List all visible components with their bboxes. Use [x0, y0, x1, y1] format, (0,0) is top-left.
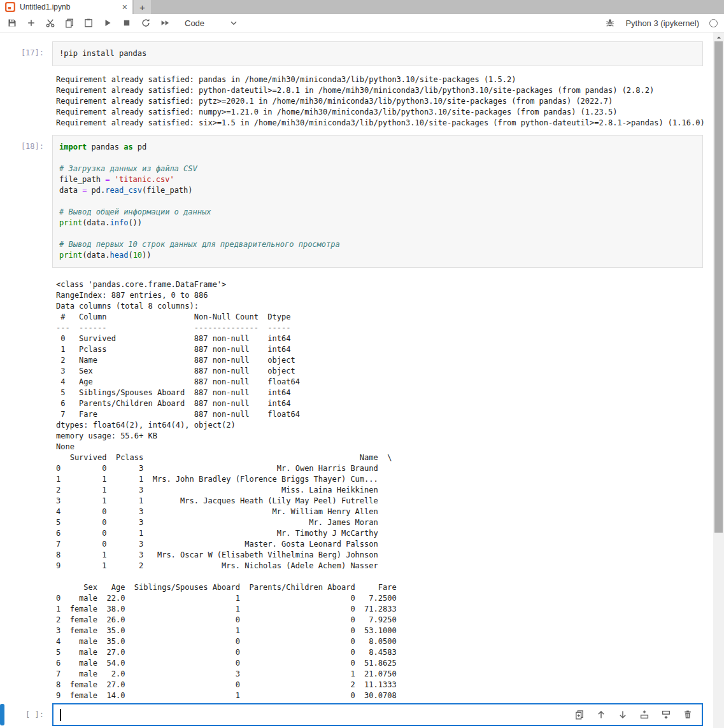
notebook-tab[interactable]: Untitled1.ipynb × [0, 0, 132, 14]
cell-output-18: <class 'pandas.core.frame.DataFrame'> Ra… [0, 268, 713, 701]
insert-below-icon [661, 710, 671, 720]
close-tab-icon[interactable]: × [122, 3, 127, 11]
code-line: !pip install pandas [59, 48, 696, 59]
code-line: import pandas as pd [59, 142, 696, 153]
restart-icon [141, 18, 151, 28]
duplicate-cell-icon [574, 710, 585, 720]
insert-above-icon [639, 710, 649, 720]
code-line [59, 196, 696, 207]
delete-cell-button[interactable] [680, 707, 695, 722]
code-line: print(data.info()) [59, 218, 696, 228]
restart-kernel-button[interactable] [136, 15, 155, 31]
notebook-scroll-area: [17]: !pip install pandas Requirement al… [0, 32, 713, 728]
scrollbar[interactable] [713, 32, 724, 728]
output-prompt [0, 279, 52, 701]
code-line [59, 228, 696, 239]
insert-cell-below-button[interactable] [658, 707, 674, 722]
arrow-up-icon [596, 710, 606, 720]
insert-cell-above-button[interactable] [637, 707, 652, 722]
scrollbar-thumb[interactable] [714, 41, 723, 533]
output-prompt [0, 74, 52, 129]
run-icon [103, 18, 113, 28]
run-cell-button[interactable] [98, 15, 117, 31]
cell-toolbar [572, 707, 695, 722]
insert-cell-below-toolbar-button[interactable] [22, 15, 41, 31]
tab-bar-filler [151, 0, 724, 14]
toolbar-right-group: Python 3 (ipykernel) [605, 18, 718, 28]
kernel-status-icon[interactable] [709, 19, 718, 27]
save-button[interactable] [3, 15, 22, 31]
debugger-bug-icon[interactable] [605, 18, 615, 28]
paste-cells-button[interactable] [79, 15, 98, 31]
move-cell-up-button[interactable] [593, 707, 609, 722]
empty-cell-active: [ ]: [0, 703, 713, 727]
restart-run-all-button[interactable] [155, 15, 174, 31]
browser-tab-bar: Untitled1.ipynb × + [0, 0, 724, 14]
cell-type-value: Code [185, 18, 204, 28]
cut-cells-button[interactable] [41, 15, 60, 31]
output-text-17: Requirement already satisfied: pandas in… [52, 74, 705, 129]
jupyter-window: Untitled1.ipynb × + Code Python 3 (ipyke… [0, 0, 724, 728]
save-icon [7, 18, 17, 28]
code-line: print(data.head(10)) [59, 250, 696, 261]
code-cell-17: [17]: !pip install pandas [0, 41, 713, 66]
output-text-18: <class 'pandas.core.frame.DataFrame'> Ra… [52, 279, 397, 701]
notebook-file-icon [5, 2, 15, 12]
cell-collapser[interactable] [0, 704, 4, 725]
notebook-panel: [17]: !pip install pandas Requirement al… [0, 32, 724, 728]
duplicate-cell-button[interactable] [572, 707, 587, 722]
code-line: data = pd.read_csv(file_path) [59, 185, 696, 196]
cell-type-dropdown[interactable]: Code [185, 18, 239, 28]
execution-count-17: [17]: [0, 41, 52, 66]
code-line: file_path = 'titanic.csv' [59, 174, 696, 185]
stop-icon [122, 18, 132, 28]
cut-icon [45, 18, 55, 28]
execution-count-18: [18]: [0, 135, 52, 268]
new-tab-button[interactable]: + [134, 0, 151, 14]
execution-count-empty: [ ]: [0, 710, 52, 719]
arrow-down-icon [618, 710, 628, 720]
notebook-toolbar: Code Python 3 (ipykernel) [0, 14, 724, 32]
paste-icon [83, 18, 94, 28]
plus-icon [26, 18, 36, 28]
fast-forward-icon [160, 18, 170, 28]
toolbar-button-group [3, 15, 174, 31]
cell-output-17: Requirement already satisfied: pandas in… [0, 66, 713, 135]
move-cell-down-button[interactable] [615, 707, 630, 722]
trash-icon [683, 710, 693, 720]
scroll-up-icon [715, 34, 723, 41]
code-cell-18: [18]: import pandas as pd # Загрузка дан… [0, 135, 713, 268]
interrupt-kernel-button[interactable] [117, 15, 136, 31]
copy-cells-button[interactable] [60, 15, 79, 31]
code-editor-18[interactable]: import pandas as pd # Загрузка данных из… [52, 135, 703, 268]
code-line: # Вывод общей информации о данных [59, 207, 696, 218]
chevron-down-icon [229, 18, 239, 28]
code-editor-17[interactable]: !pip install pandas [52, 41, 703, 66]
code-line: # Загрузка данных из файла CSV [59, 164, 696, 174]
code-line: # Вывод первых 10 строк данных для предв… [59, 239, 696, 250]
kernel-name[interactable]: Python 3 (ipykernel) [625, 18, 699, 28]
copy-icon [64, 18, 75, 28]
text-cursor [60, 709, 61, 721]
code-editor-empty[interactable] [52, 703, 703, 726]
code-line [59, 153, 696, 164]
tab-title: Untitled1.ipynb [20, 3, 118, 11]
